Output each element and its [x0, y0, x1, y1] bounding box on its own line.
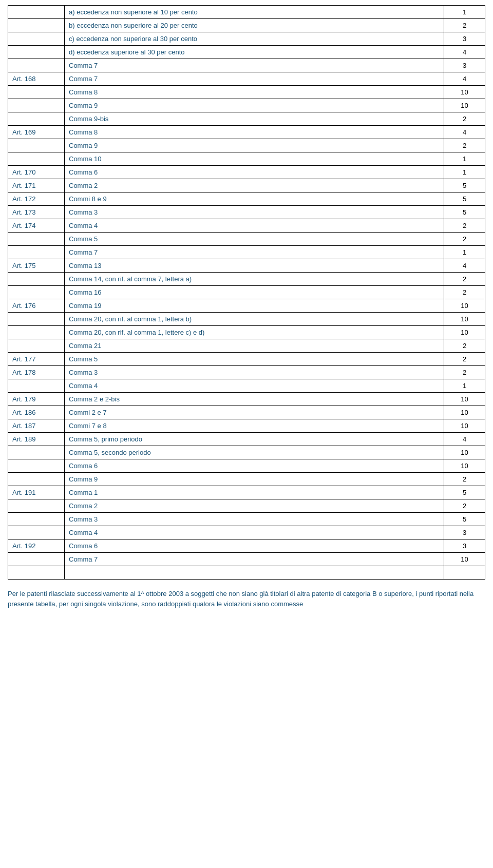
table-row: Comma 710	[8, 553, 485, 566]
points-cell: 2	[444, 273, 485, 286]
description-cell: Commi 8 e 9	[65, 192, 444, 206]
description-cell: Comma 20, con rif. al comma 1, lettere c…	[65, 326, 444, 339]
description-cell: b) eccedenza non superiore al 20 per cen…	[65, 19, 444, 32]
description-cell: Comma 7	[65, 553, 444, 566]
table-row: Art. 168Comma 74	[8, 72, 485, 86]
description-cell: Comma 21	[65, 339, 444, 353]
article-cell	[8, 233, 65, 246]
article-cell: Art. 175	[8, 259, 65, 273]
description-cell: Comma 6	[65, 539, 444, 553]
article-cell	[8, 473, 65, 486]
points-cell: 10	[444, 419, 485, 433]
points-cell: 1	[444, 246, 485, 259]
article-cell	[8, 513, 65, 526]
article-cell	[8, 326, 65, 339]
table-row: Comma 5, secondo periodo10	[8, 446, 485, 459]
points-cell: 1	[444, 152, 485, 166]
table-row: Art. 175Comma 134	[8, 259, 485, 273]
description-cell	[65, 566, 444, 580]
description-cell: a) eccedenza non superiore al 10 per cen…	[65, 6, 444, 19]
article-cell: Art. 189	[8, 433, 65, 446]
points-cell: 5	[444, 513, 485, 526]
article-cell	[8, 32, 65, 46]
article-cell: Art. 171	[8, 179, 65, 192]
article-cell	[8, 459, 65, 473]
article-cell	[8, 246, 65, 259]
points-cell	[444, 566, 485, 580]
article-cell	[8, 286, 65, 299]
points-cell: 1	[444, 6, 485, 19]
points-cell: 1	[444, 166, 485, 179]
description-cell: Comma 10	[65, 152, 444, 166]
article-cell: Art. 174	[8, 219, 65, 233]
article-cell	[8, 553, 65, 566]
points-cell: 10	[444, 406, 485, 419]
table-row: Comma 9-bis2	[8, 112, 485, 126]
description-cell: Comma 14, con rif. al comma 7, lettera a…	[65, 273, 444, 286]
article-cell: Art. 169	[8, 126, 65, 139]
table-row: Comma 20, con rif. al comma 1, lettera b…	[8, 313, 485, 326]
table-row: Comma 610	[8, 459, 485, 473]
article-cell: Art. 176	[8, 299, 65, 313]
description-cell: Comma 4	[65, 379, 444, 393]
article-cell	[8, 86, 65, 99]
table-row: Art. 178Comma 32	[8, 366, 485, 379]
description-cell: Comma 9	[65, 99, 444, 112]
points-cell: 4	[444, 433, 485, 446]
article-cell	[8, 19, 65, 32]
description-cell: Comma 13	[65, 259, 444, 273]
points-cell: 2	[444, 499, 485, 513]
article-cell	[8, 499, 65, 513]
table-row: Art. 186Commi 2 e 710	[8, 406, 485, 419]
table-row	[8, 566, 485, 580]
description-cell: Comma 3	[65, 206, 444, 219]
article-cell	[8, 379, 65, 393]
points-cell: 2	[444, 339, 485, 353]
description-cell: c) eccedenza non superiore al 30 per cen…	[65, 32, 444, 46]
description-cell: Comma 1	[65, 486, 444, 499]
description-cell: Comma 16	[65, 286, 444, 299]
table-row: Art. 171Comma 25	[8, 179, 485, 192]
article-cell	[8, 152, 65, 166]
description-cell: Comma 8	[65, 86, 444, 99]
article-cell	[8, 446, 65, 459]
description-cell: Comma 9-bis	[65, 112, 444, 126]
article-cell: Art. 172	[8, 192, 65, 206]
table-row: Comma 20, con rif. al comma 1, lettere c…	[8, 326, 485, 339]
points-cell: 5	[444, 486, 485, 499]
article-cell	[8, 526, 65, 539]
description-cell: Comma 5, primo periodo	[65, 433, 444, 446]
article-cell: Art. 178	[8, 366, 65, 379]
table-row: Art. 177Comma 52	[8, 353, 485, 366]
article-cell: Art. 186	[8, 406, 65, 419]
description-cell: Comma 3	[65, 366, 444, 379]
table-row: c) eccedenza non superiore al 30 per cen…	[8, 32, 485, 46]
article-cell: Art. 191	[8, 486, 65, 499]
points-cell: 4	[444, 126, 485, 139]
points-cell: 3	[444, 526, 485, 539]
points-cell: 2	[444, 139, 485, 152]
points-cell: 3	[444, 59, 485, 72]
points-cell: 10	[444, 299, 485, 313]
footer-text: Per le patenti rilasciate successivament…	[8, 589, 485, 609]
description-cell: Comma 5	[65, 233, 444, 246]
table-row: Art. 173Comma 35	[8, 206, 485, 219]
description-cell: d) eccedenza superiore al 30 per cento	[65, 46, 444, 59]
points-cell: 2	[444, 286, 485, 299]
points-cell: 2	[444, 473, 485, 486]
description-cell: Comma 5, secondo periodo	[65, 446, 444, 459]
table-row: Art. 191Comma 15	[8, 486, 485, 499]
description-cell: Comma 6	[65, 459, 444, 473]
points-cell: 1	[444, 379, 485, 393]
points-cell: 5	[444, 179, 485, 192]
description-cell: Comma 19	[65, 299, 444, 313]
table-row: Art. 174Comma 42	[8, 219, 485, 233]
article-cell	[8, 6, 65, 19]
table-row: Comma 212	[8, 339, 485, 353]
points-cell: 4	[444, 46, 485, 59]
description-cell: Comma 5	[65, 353, 444, 366]
table-row: Art. 170Comma 61	[8, 166, 485, 179]
table-row: Art. 192Comma 63	[8, 539, 485, 553]
table-row: Comma 101	[8, 152, 485, 166]
article-cell	[8, 273, 65, 286]
